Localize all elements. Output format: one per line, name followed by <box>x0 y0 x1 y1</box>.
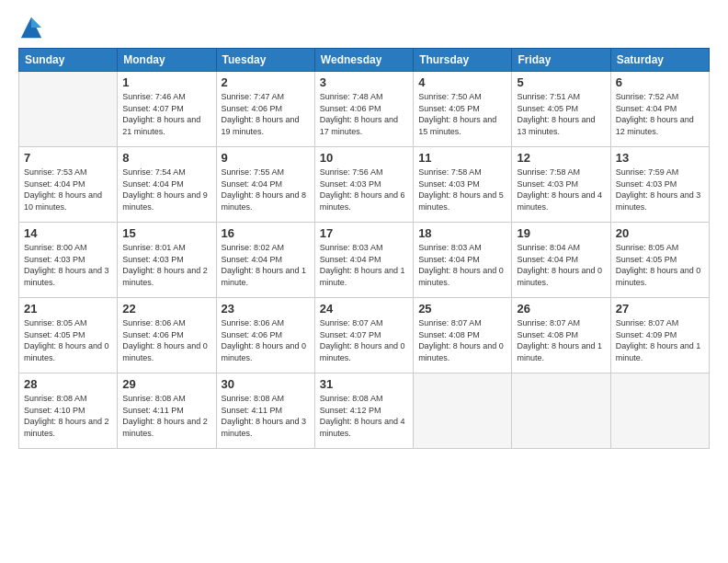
day-info: Sunrise: 7:56 AMSunset: 4:03 PMDaylight:… <box>320 167 408 213</box>
day-number: 16 <box>222 226 310 240</box>
calendar-cell: 24 Sunrise: 8:07 AMSunset: 4:07 PMDaylig… <box>314 298 413 373</box>
calendar-cell <box>19 72 118 147</box>
day-info: Sunrise: 8:08 AMSunset: 4:12 PMDaylight:… <box>320 393 408 439</box>
day-info: Sunrise: 8:05 AMSunset: 4:05 PMDaylight:… <box>616 242 704 288</box>
calendar-cell <box>414 373 512 449</box>
calendar-cell: 25 Sunrise: 8:07 AMSunset: 4:08 PMDaylig… <box>414 298 512 373</box>
calendar-cell: 11 Sunrise: 7:58 AMSunset: 4:03 PMDaylig… <box>414 147 512 223</box>
calendar-cell: 7 Sunrise: 7:53 AMSunset: 4:04 PMDayligh… <box>19 147 118 223</box>
calendar-week-4: 28 Sunrise: 8:08 AMSunset: 4:10 PMDaylig… <box>19 373 710 449</box>
calendar-cell: 17 Sunrise: 8:03 AMSunset: 4:04 PMDaylig… <box>314 223 413 298</box>
calendar-cell: 4 Sunrise: 7:50 AMSunset: 4:05 PMDayligh… <box>414 72 512 147</box>
page: SundayMondayTuesdayWednesdayThursdayFrid… <box>0 0 728 563</box>
day-number: 27 <box>616 302 704 316</box>
calendar-cell: 8 Sunrise: 7:54 AMSunset: 4:04 PMDayligh… <box>118 147 216 223</box>
calendar-cell: 16 Sunrise: 8:02 AMSunset: 4:04 PMDaylig… <box>216 223 314 298</box>
day-number: 9 <box>222 151 310 165</box>
weekday-header-wednesday: Wednesday <box>314 49 413 72</box>
day-number: 15 <box>122 226 210 240</box>
day-info: Sunrise: 8:08 AMSunset: 4:10 PMDaylight:… <box>24 393 112 439</box>
day-number: 11 <box>418 151 506 165</box>
calendar-week-2: 14 Sunrise: 8:00 AMSunset: 4:03 PMDaylig… <box>19 223 710 298</box>
day-info: Sunrise: 7:55 AMSunset: 4:04 PMDaylight:… <box>222 167 310 213</box>
day-info: Sunrise: 7:48 AMSunset: 4:06 PMDaylight:… <box>320 91 408 137</box>
day-number: 10 <box>320 151 408 165</box>
day-info: Sunrise: 8:08 AMSunset: 4:11 PMDaylight:… <box>122 393 210 439</box>
day-number: 1 <box>122 75 210 89</box>
weekday-header-sunday: Sunday <box>19 49 118 72</box>
day-number: 26 <box>517 302 605 316</box>
calendar-cell: 9 Sunrise: 7:55 AMSunset: 4:04 PMDayligh… <box>216 147 314 223</box>
day-info: Sunrise: 7:51 AMSunset: 4:05 PMDaylight:… <box>517 91 605 137</box>
weekday-header-friday: Friday <box>512 49 610 72</box>
calendar-cell: 1 Sunrise: 7:46 AMSunset: 4:07 PMDayligh… <box>118 72 216 147</box>
day-number: 19 <box>517 226 605 240</box>
day-info: Sunrise: 8:01 AMSunset: 4:03 PMDaylight:… <box>122 242 210 288</box>
day-info: Sunrise: 7:58 AMSunset: 4:03 PMDaylight:… <box>418 167 506 213</box>
header <box>18 15 710 40</box>
day-info: Sunrise: 8:02 AMSunset: 4:04 PMDaylight:… <box>222 242 310 288</box>
day-info: Sunrise: 8:06 AMSunset: 4:06 PMDaylight:… <box>222 317 310 363</box>
day-number: 24 <box>320 302 408 316</box>
day-number: 28 <box>24 377 112 391</box>
calendar-cell <box>512 373 610 449</box>
day-info: Sunrise: 7:59 AMSunset: 4:03 PMDaylight:… <box>616 167 704 213</box>
day-info: Sunrise: 7:53 AMSunset: 4:04 PMDaylight:… <box>24 167 112 213</box>
calendar-cell: 5 Sunrise: 7:51 AMSunset: 4:05 PMDayligh… <box>512 72 610 147</box>
day-info: Sunrise: 8:00 AMSunset: 4:03 PMDaylight:… <box>24 242 112 288</box>
calendar-cell: 30 Sunrise: 8:08 AMSunset: 4:11 PMDaylig… <box>216 373 314 449</box>
calendar-cell <box>610 373 709 449</box>
day-info: Sunrise: 8:07 AMSunset: 4:08 PMDaylight:… <box>418 317 506 363</box>
calendar-cell: 15 Sunrise: 8:01 AMSunset: 4:03 PMDaylig… <box>118 223 216 298</box>
day-info: Sunrise: 8:03 AMSunset: 4:04 PMDaylight:… <box>320 242 408 288</box>
weekday-header-monday: Monday <box>118 49 216 72</box>
day-info: Sunrise: 8:06 AMSunset: 4:06 PMDaylight:… <box>122 317 210 363</box>
calendar-cell: 14 Sunrise: 8:00 AMSunset: 4:03 PMDaylig… <box>19 223 118 298</box>
calendar-cell: 6 Sunrise: 7:52 AMSunset: 4:04 PMDayligh… <box>610 72 709 147</box>
calendar-cell: 23 Sunrise: 8:06 AMSunset: 4:06 PMDaylig… <box>216 298 314 373</box>
calendar-cell: 3 Sunrise: 7:48 AMSunset: 4:06 PMDayligh… <box>314 72 413 147</box>
calendar-cell: 26 Sunrise: 8:07 AMSunset: 4:08 PMDaylig… <box>512 298 610 373</box>
day-number: 25 <box>418 302 506 316</box>
day-info: Sunrise: 8:05 AMSunset: 4:05 PMDaylight:… <box>24 317 112 363</box>
day-number: 21 <box>24 302 112 316</box>
day-number: 6 <box>616 75 704 89</box>
weekday-header-saturday: Saturday <box>610 49 709 72</box>
day-number: 2 <box>222 75 310 89</box>
day-number: 18 <box>418 226 506 240</box>
weekday-header-tuesday: Tuesday <box>216 49 314 72</box>
day-info: Sunrise: 7:58 AMSunset: 4:03 PMDaylight:… <box>517 167 605 213</box>
calendar-cell: 18 Sunrise: 8:03 AMSunset: 4:04 PMDaylig… <box>414 223 512 298</box>
day-info: Sunrise: 8:07 AMSunset: 4:07 PMDaylight:… <box>320 317 408 363</box>
day-info: Sunrise: 8:04 AMSunset: 4:04 PMDaylight:… <box>517 242 605 288</box>
calendar-cell: 27 Sunrise: 8:07 AMSunset: 4:09 PMDaylig… <box>610 298 709 373</box>
day-number: 14 <box>24 226 112 240</box>
day-number: 20 <box>616 226 704 240</box>
day-info: Sunrise: 7:54 AMSunset: 4:04 PMDaylight:… <box>122 167 210 213</box>
weekday-header-thursday: Thursday <box>414 49 512 72</box>
day-number: 30 <box>222 377 310 391</box>
day-info: Sunrise: 7:46 AMSunset: 4:07 PMDaylight:… <box>122 91 210 137</box>
day-number: 4 <box>418 75 506 89</box>
day-number: 7 <box>24 151 112 165</box>
calendar-cell: 2 Sunrise: 7:47 AMSunset: 4:06 PMDayligh… <box>216 72 314 147</box>
calendar-cell: 22 Sunrise: 8:06 AMSunset: 4:06 PMDaylig… <box>118 298 216 373</box>
calendar-cell: 20 Sunrise: 8:05 AMSunset: 4:05 PMDaylig… <box>610 223 709 298</box>
day-number: 3 <box>320 75 408 89</box>
calendar-cell: 29 Sunrise: 8:08 AMSunset: 4:11 PMDaylig… <box>118 373 216 449</box>
calendar-cell: 31 Sunrise: 8:08 AMSunset: 4:12 PMDaylig… <box>314 373 413 449</box>
day-info: Sunrise: 8:07 AMSunset: 4:09 PMDaylight:… <box>616 317 704 363</box>
day-info: Sunrise: 8:08 AMSunset: 4:11 PMDaylight:… <box>222 393 310 439</box>
calendar-cell: 10 Sunrise: 7:56 AMSunset: 4:03 PMDaylig… <box>314 147 413 223</box>
day-info: Sunrise: 7:50 AMSunset: 4:05 PMDaylight:… <box>418 91 506 137</box>
calendar-week-0: 1 Sunrise: 7:46 AMSunset: 4:07 PMDayligh… <box>19 72 710 147</box>
day-number: 29 <box>122 377 210 391</box>
calendar-week-1: 7 Sunrise: 7:53 AMSunset: 4:04 PMDayligh… <box>19 147 710 223</box>
calendar-cell: 13 Sunrise: 7:59 AMSunset: 4:03 PMDaylig… <box>610 147 709 223</box>
day-number: 23 <box>222 302 310 316</box>
day-info: Sunrise: 8:07 AMSunset: 4:08 PMDaylight:… <box>517 317 605 363</box>
day-info: Sunrise: 8:03 AMSunset: 4:04 PMDaylight:… <box>418 242 506 288</box>
calendar-week-3: 21 Sunrise: 8:05 AMSunset: 4:05 PMDaylig… <box>19 298 710 373</box>
logo <box>18 15 46 40</box>
calendar-cell: 12 Sunrise: 7:58 AMSunset: 4:03 PMDaylig… <box>512 147 610 223</box>
